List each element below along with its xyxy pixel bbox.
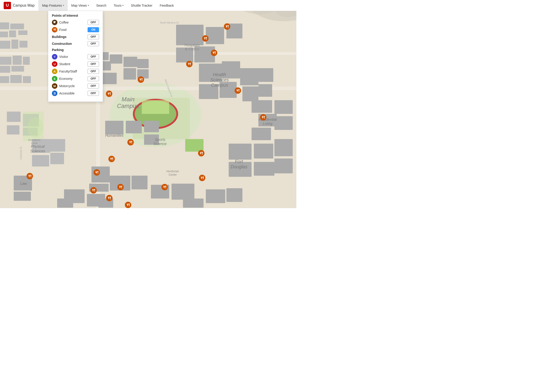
svg-rect-61 (240, 68, 258, 85)
svg-rect-79 (171, 184, 194, 200)
food-pin[interactable] (94, 169, 100, 176)
svg-rect-68 (274, 100, 293, 114)
svg-rect-69 (274, 116, 293, 130)
coffee-feature-row: Coffee OFF (52, 20, 99, 25)
svg-rect-13 (17, 24, 24, 29)
food-pin[interactable] (125, 202, 131, 208)
svg-rect-35 (50, 153, 64, 164)
nav-map-views[interactable]: Map Views ▾ (68, 0, 93, 11)
food-pin[interactable] (186, 61, 192, 67)
motorcycle-label: M Motorcycle (52, 83, 75, 89)
motorcycle-toggle[interactable]: OFF (88, 83, 99, 89)
coffee-icon (52, 20, 57, 25)
motorcycle-feature-row: M Motorcycle OFF (52, 83, 99, 89)
svg-text:Humanities: Humanities (105, 134, 123, 138)
food-pin[interactable] (138, 76, 144, 83)
svg-rect-86 (226, 188, 242, 202)
student-toggle[interactable]: OFF (88, 62, 99, 67)
svg-text:Sciences: Sciences (30, 149, 45, 153)
student-label: U Student (52, 61, 70, 67)
svg-rect-45 (126, 121, 142, 133)
svg-text:North Medical Dr: North Medical Dr (160, 21, 179, 24)
svg-rect-63 (258, 68, 273, 82)
food-label: Food (52, 27, 67, 33)
food-pin[interactable] (224, 23, 230, 30)
nav-tours[interactable]: Tours ▾ (110, 0, 127, 11)
food-pin[interactable] (117, 184, 124, 190)
buildings-toggle[interactable]: OFF (88, 34, 99, 39)
svg-rect-34 (50, 139, 65, 152)
svg-rect-70 (229, 144, 252, 160)
svg-rect-22 (11, 66, 24, 72)
svg-rect-51 (131, 176, 148, 189)
svg-point-31 (27, 117, 43, 138)
nav-feedback[interactable]: Feedback (156, 0, 178, 11)
svg-text:Fort: Fort (235, 159, 243, 164)
logo-icon: U (4, 2, 11, 9)
food-pin[interactable] (108, 156, 115, 162)
construction-toggle[interactable]: OFF (88, 41, 99, 46)
visitor-toggle[interactable]: OFF (88, 54, 99, 59)
food-pin[interactable] (211, 50, 217, 56)
svg-rect-82 (14, 192, 31, 201)
food-toggle[interactable]: ON (88, 27, 99, 32)
svg-rect-40 (123, 57, 137, 67)
svg-rect-73 (254, 162, 274, 176)
food-pin[interactable] (127, 139, 134, 145)
food-label-text: Food (59, 28, 67, 32)
accessible-toggle[interactable]: OFF (88, 91, 99, 96)
food-pin[interactable] (106, 90, 112, 97)
accessible-label-text: Accessible (59, 91, 75, 95)
food-pin[interactable] (199, 175, 205, 181)
svg-text:Main: Main (122, 96, 135, 103)
faculty-label-text: Faculty/Staff (59, 69, 77, 73)
coffee-toggle[interactable]: OFF (88, 20, 99, 25)
svg-rect-41 (123, 68, 136, 80)
accessible-feature-row: ♿ Accessible OFF (52, 90, 99, 96)
svg-text:Physical: Physical (31, 144, 45, 148)
food-feature-row: Food ON (52, 27, 99, 33)
food-pin[interactable] (106, 195, 112, 201)
svg-text:Circle: Circle (31, 142, 37, 144)
accessible-label: ♿ Accessible (52, 90, 75, 96)
svg-rect-46 (144, 121, 159, 132)
svg-text:Living: Living (263, 122, 272, 125)
svg-text:Sports: Sports (155, 138, 165, 142)
economy-toggle[interactable]: OFF (88, 76, 99, 81)
logo-area: U Campus Map (0, 0, 38, 11)
svg-text:Health: Health (213, 72, 226, 77)
map-svg: North Medical Dr University St Mario Cap… (0, 11, 296, 208)
motorcycle-label-text: Motorcycle (59, 84, 75, 88)
economy-label: E Economy (52, 76, 73, 82)
nav-links: Map Features ▾ Map Views ▾ Search Tours … (38, 0, 178, 11)
nav-search[interactable]: Search (93, 0, 110, 11)
svg-rect-62 (242, 86, 258, 101)
map-container[interactable]: North Medical Dr University St Mario Cap… (0, 11, 296, 208)
food-pin[interactable] (90, 187, 97, 193)
svg-text:Campus: Campus (211, 83, 228, 88)
student-feature-row: U Student OFF (52, 61, 99, 67)
chevron-down-icon: ▾ (122, 4, 123, 7)
food-pin[interactable] (260, 114, 267, 121)
food-pin[interactable] (161, 184, 168, 190)
faculty-toggle[interactable]: OFF (88, 69, 99, 74)
svg-rect-74 (274, 139, 293, 156)
visitor-label: V Visitor (52, 54, 68, 59)
nav-shuttle-tracker[interactable]: Shuttle Tracker (127, 0, 156, 11)
nav-map-features[interactable]: Map Features ▾ (38, 0, 68, 11)
svg-rect-26 (7, 112, 21, 122)
poi-section-title: Points of Interest (52, 14, 99, 17)
svg-rect-75 (274, 158, 293, 173)
food-pin[interactable] (235, 87, 241, 94)
food-pin[interactable] (202, 35, 209, 42)
svg-rect-9 (0, 22, 9, 29)
faculty-icon: A (52, 69, 57, 74)
svg-rect-12 (9, 30, 16, 37)
svg-rect-5 (185, 139, 204, 152)
svg-rect-85 (206, 189, 225, 203)
faculty-label: A Faculty/Staff (52, 69, 77, 74)
food-pin[interactable] (27, 173, 33, 179)
food-pin[interactable] (198, 150, 205, 156)
svg-text:& Clinics: & Clinics (185, 47, 199, 51)
svg-rect-64 (258, 84, 272, 97)
